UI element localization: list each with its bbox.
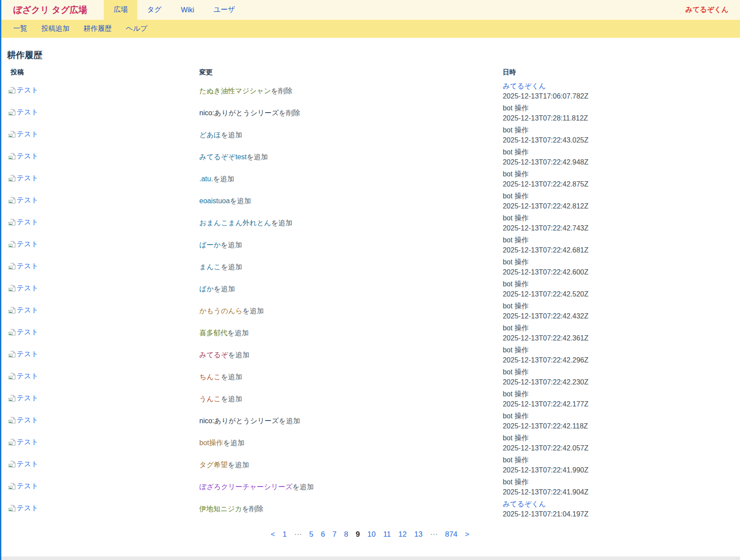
broken-image-icon — [8, 218, 16, 227]
change-tag-link[interactable]: eoaistuoa — [199, 197, 230, 205]
table-row: テスト みてるぞを追加 bot 操作 2025-12-13T07:22:42.2… — [7, 344, 733, 366]
change-tag-link[interactable]: どあほ — [199, 131, 221, 139]
timestamp: 2025-12-13T07:22:42.177Z — [503, 399, 729, 409]
broken-image-icon — [8, 306, 16, 315]
post-link[interactable]: テスト — [8, 460, 38, 469]
pagination-link[interactable]: 12 — [399, 530, 407, 539]
post-link-label: テスト — [17, 108, 38, 117]
change-tag-link[interactable]: みてるぞぞtest — [199, 153, 247, 161]
pagination-link[interactable]: 1 — [282, 530, 286, 539]
top-header-bar: ぼざクリ タグ広場 広場タグWikiユーザ みてるぞくん — [0, 0, 740, 20]
post-link[interactable]: テスト — [8, 262, 38, 271]
pagination-link[interactable]: 874 — [445, 530, 457, 539]
pagination-link[interactable]: > — [465, 530, 469, 539]
post-link[interactable]: テスト — [8, 108, 38, 117]
change-tag-link[interactable]: ばーか — [199, 241, 221, 249]
change-tag-link[interactable]: うんこ — [199, 395, 221, 403]
post-link-label: テスト — [17, 152, 38, 161]
pagination-link[interactable]: 5 — [309, 530, 313, 539]
pagination-link[interactable]: 8 — [344, 530, 348, 539]
change-tag-link[interactable]: nico:ありがとうシリーズ — [199, 417, 279, 425]
subnav-item[interactable]: 一覧 — [6, 24, 34, 33]
editor: bot 操作 — [503, 367, 729, 377]
header-tab[interactable]: 広場 — [104, 0, 137, 20]
pagination-link[interactable]: 7 — [333, 530, 337, 539]
change-cell: bot操作を追加 — [196, 432, 499, 454]
change-tag-link[interactable]: おまんこまん外れとん — [199, 219, 271, 227]
subnav-item[interactable]: 投稿追加 — [34, 24, 77, 33]
change-tag-link[interactable]: bot操作 — [199, 439, 223, 447]
post-link[interactable]: テスト — [8, 218, 38, 227]
change-tag-link[interactable]: たぬき油性マジシャン — [199, 87, 271, 95]
current-user-name[interactable]: みてるぞくん — [685, 0, 740, 20]
post-link[interactable]: テスト — [8, 196, 38, 205]
change-tag-link[interactable]: nico:ありがとうシリーズ — [199, 109, 279, 117]
table-row: テスト ばかを追加 bot 操作 2025-12-13T07:22:42.520… — [7, 278, 733, 300]
change-action-text: を追加 — [228, 351, 249, 359]
table-row: テスト ちんこを追加 bot 操作 2025-12-13T07:22:42.23… — [7, 366, 733, 388]
subnav-item[interactable]: 耕作履歴 — [77, 24, 119, 33]
pagination-link[interactable]: 11 — [383, 530, 391, 539]
column-header-post: 投稿 — [7, 64, 196, 80]
post-cell: テスト — [7, 256, 196, 278]
pagination-link[interactable]: 10 — [367, 530, 376, 539]
post-link[interactable]: テスト — [8, 152, 38, 161]
change-tag-link[interactable]: まんこ — [199, 263, 221, 271]
column-header-datetime: 日時 — [499, 64, 733, 80]
change-tag-link[interactable]: ちんこ — [199, 373, 221, 381]
date-cell: bot 操作 2025-12-13T07:22:42.432Z — [499, 300, 733, 322]
editor[interactable]: みてるぞくん — [503, 499, 729, 509]
post-link[interactable]: テスト — [8, 130, 38, 139]
pagination-link[interactable]: 13 — [414, 530, 423, 539]
post-link[interactable]: テスト — [8, 306, 38, 315]
change-cell: ちんこを追加 — [196, 366, 499, 388]
brand-title[interactable]: ぼざクリ タグ広場 — [0, 0, 99, 20]
change-cell: nico:ありがとうシリーズを削除 — [196, 102, 499, 124]
change-cell: 喜多郁代を追加 — [196, 322, 499, 344]
post-link[interactable]: テスト — [8, 504, 38, 513]
header-tab[interactable]: タグ — [137, 0, 171, 20]
date-cell: bot 操作 2025-12-13T07:22:42.875Z — [499, 168, 733, 190]
post-link[interactable]: テスト — [8, 438, 38, 447]
pagination-link[interactable]: 6 — [321, 530, 325, 539]
pagination-ellipsis: ⋯ — [294, 530, 302, 539]
date-cell: bot 操作 2025-12-13T07:22:42.057Z — [499, 432, 733, 454]
change-tag-link[interactable]: ばか — [199, 285, 214, 293]
broken-image-icon — [8, 152, 16, 161]
post-link[interactable]: テスト — [8, 372, 38, 381]
post-link[interactable]: テスト — [8, 350, 38, 359]
post-link[interactable]: テスト — [8, 416, 38, 425]
change-tag-link[interactable]: ぼざろクリーチャーシリーズ — [199, 483, 293, 490]
change-tag-link[interactable]: かもうのんら — [199, 307, 242, 315]
editor: bot 操作 — [503, 477, 729, 487]
column-header-change: 変更 — [196, 64, 499, 80]
timestamp: 2025-12-13T07:22:42.812Z — [503, 201, 729, 211]
post-link[interactable]: テスト — [8, 240, 38, 249]
post-link[interactable]: テスト — [8, 174, 38, 183]
subnav-item[interactable]: ヘルプ — [119, 24, 154, 33]
pagination-link[interactable]: < — [271, 530, 275, 539]
post-link[interactable]: テスト — [8, 86, 38, 95]
change-tag-link[interactable]: タグ希望 — [199, 461, 228, 468]
broken-image-icon — [8, 284, 16, 293]
post-link[interactable]: テスト — [8, 482, 38, 491]
date-cell: bot 操作 2025-12-13T07:22:42.296Z — [499, 344, 733, 366]
table-row: テスト ぼざろクリーチャーシリーズを追加 bot 操作 2025-12-13T0… — [7, 476, 733, 498]
change-tag-link[interactable]: 喜多郁代 — [199, 329, 227, 337]
change-cell: nico:ありがとうシリーズを追加 — [196, 410, 499, 432]
post-link[interactable]: テスト — [8, 284, 38, 293]
header-tab[interactable]: ユーザ — [204, 0, 245, 20]
header-tab[interactable]: Wiki — [171, 0, 204, 20]
change-tag-link[interactable]: .atu. — [199, 175, 213, 183]
change-tag-link[interactable]: みてるぞ — [199, 351, 228, 359]
change-action-text: を追加 — [247, 153, 268, 161]
change-tag-link[interactable]: 伊地知ニジカ — [199, 505, 242, 512]
editor: bot 操作 — [503, 433, 729, 443]
date-cell: bot 操作 2025-12-13T07:22:42.743Z — [499, 212, 733, 234]
broken-image-icon — [8, 394, 16, 403]
post-link[interactable]: テスト — [8, 328, 38, 337]
editor[interactable]: みてるぞくん — [503, 81, 729, 91]
post-link-label: テスト — [17, 196, 38, 205]
post-link[interactable]: テスト — [8, 394, 38, 403]
editor: bot 操作 — [503, 301, 729, 311]
